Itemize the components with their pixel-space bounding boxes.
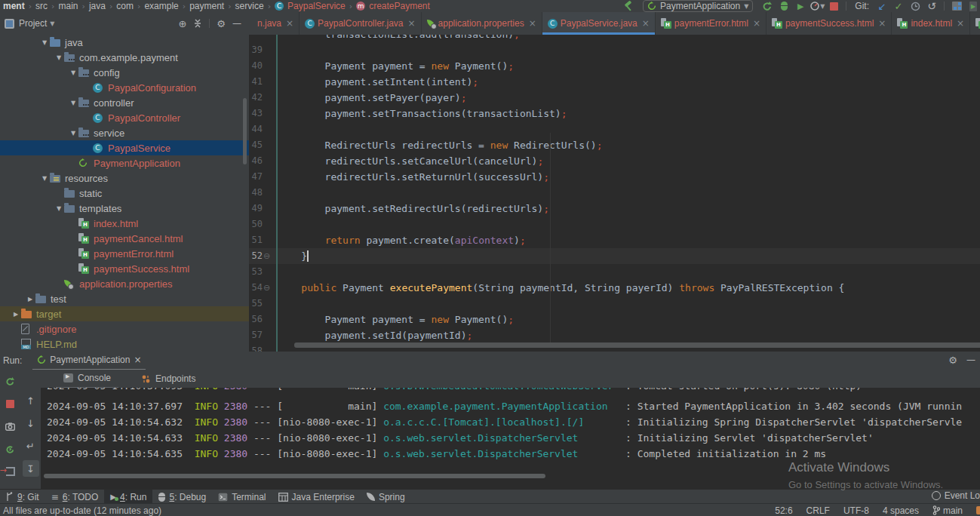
soft-wrap-icon[interactable]: ↵ [23, 435, 39, 457]
tree-item-paymentcancel-html[interactable]: HpaymentCancel.html [0, 231, 249, 246]
prev-occurrence-icon[interactable]: ↑ [23, 389, 39, 412]
tab-paymentsuccess-html[interactable]: HpaymentSuccess.html× [766, 12, 892, 35]
hide-panel-icon[interactable]: — [232, 18, 241, 29]
tab-index-html[interactable]: Hindex.html× [892, 12, 970, 35]
breadcrumb-item-java[interactable]: java [89, 1, 106, 11]
tree-toggle-icon[interactable]: ▼ [68, 69, 78, 76]
breadcrumb-item-payment[interactable]: payment [189, 1, 224, 11]
run-tab[interactable]: PaymentApplication × [32, 351, 146, 370]
breadcrumb-item-com[interactable]: com [116, 1, 134, 11]
breadcrumb-item-src[interactable]: src [35, 1, 48, 11]
gutter[interactable]: 48 [249, 185, 278, 201]
toolwindow-button-run[interactable]: ▶4: Run [104, 490, 152, 504]
code-line[interactable]: 42 payment.setPayer(payer); [249, 90, 980, 106]
close-icon[interactable]: × [642, 18, 650, 29]
tree-item-paypalcontroller[interactable]: CPaypalController [0, 110, 249, 125]
code-line[interactable]: 40 Payment payment = new Payment(); [249, 58, 980, 74]
close-icon[interactable]: × [286, 18, 293, 29]
code-line[interactable]: 39 [249, 42, 980, 58]
tree-toggle-icon[interactable]: ▼ [68, 130, 78, 137]
code-line[interactable]: 50 [249, 217, 980, 232]
project-view-title[interactable]: Project [19, 18, 47, 29]
exit-icon[interactable] [2, 460, 19, 483]
tree-item-target[interactable]: ▶target [0, 306, 249, 321]
locate-file-icon[interactable]: ⊕ [178, 18, 186, 29]
code-line[interactable]: 47 redirectUrls.setReturnUrl(successUrl)… [249, 169, 980, 185]
toolwindow-button-todo[interactable]: ≡6: TODO [45, 490, 105, 504]
code-line[interactable]: 48 [249, 185, 980, 201]
gear-icon[interactable]: ⚙ [217, 18, 226, 29]
gutter[interactable]: 47 [249, 169, 278, 185]
fold-marker-icon[interactable]: ⊖ [263, 280, 270, 296]
code-line[interactable]: 52⊖ } [249, 248, 980, 264]
indent-setting[interactable]: 4 spaces [883, 505, 919, 516]
tab-paypalservice-java[interactable]: CPaypalService.java× [542, 12, 656, 35]
tree-item-java[interactable]: ▼java [0, 35, 249, 50]
lock-icon[interactable] [976, 506, 980, 514]
toolwindow-button-debug[interactable]: 5: Debug [152, 490, 212, 504]
breadcrumb-item-class[interactable]: PaypalService [287, 1, 346, 11]
tree-item-help-md[interactable]: HELP.md [0, 336, 249, 352]
tree-scrollbar[interactable] [243, 98, 247, 164]
line-separator[interactable]: CRLF [806, 505, 830, 516]
tree-toggle-icon[interactable]: ▼ [39, 39, 50, 46]
run-configuration-select[interactable]: PaymentApplication ▼ [643, 0, 753, 12]
profiler-button[interactable]: ▼ [809, 0, 825, 12]
gutter[interactable]: 58 [249, 343, 278, 352]
update-project-icon[interactable]: ↙ [874, 0, 890, 12]
breadcrumb-item-ment[interactable]: ment [3, 1, 25, 11]
code-line[interactable]: 53 [249, 264, 980, 280]
tree-item-service[interactable]: ▼service [0, 125, 249, 140]
code-line[interactable]: 44 [249, 121, 980, 137]
commit-icon[interactable]: ✓ [890, 0, 907, 12]
close-icon[interactable]: × [878, 18, 886, 29]
tab-application-properties[interactable]: application.properties× [422, 12, 542, 35]
gutter[interactable]: 46 [249, 153, 278, 169]
gutter[interactable]: 39 [249, 42, 278, 58]
toolwindow-button-spring[interactable]: Spring [361, 490, 411, 504]
code-line[interactable]: 55 [249, 296, 980, 312]
tree-item-paymenterror-html[interactable]: HpaymentError.html [0, 246, 249, 261]
close-icon[interactable]: × [408, 18, 416, 29]
tree-item-index-html[interactable]: Hindex.html [0, 216, 249, 231]
gutter[interactable]: 45 [249, 137, 278, 153]
tree-item-templates[interactable]: ▼templates [0, 201, 249, 216]
update-application-icon[interactable] [2, 438, 19, 460]
rerun-icon[interactable] [2, 370, 19, 392]
gutter[interactable]: 57 [249, 327, 278, 343]
code-editor[interactable]: transactionList.add(transaction);3940 Pa… [249, 35, 980, 352]
code-line[interactable]: 43 payment.setTransactions(transactionLi… [249, 106, 980, 121]
gutter[interactable]: 54⊖ [249, 280, 278, 296]
file-encoding[interactable]: UTF-8 [843, 505, 869, 516]
tree-item-controller[interactable]: ▼controller [0, 95, 249, 110]
coverage-button[interactable]: ▶ [792, 0, 809, 12]
tree-toggle-icon[interactable]: ▼ [54, 54, 64, 61]
gutter[interactable]: 49 [249, 201, 278, 217]
code-line[interactable]: 49 payment.setRedirectUrls(redirectUrls)… [249, 201, 980, 217]
code-line[interactable]: 56 Payment payment = new Payment(); [249, 312, 980, 327]
git-branch[interactable]: main [932, 505, 963, 516]
project-structure-icon[interactable] [948, 0, 965, 12]
close-icon[interactable]: × [957, 18, 964, 29]
code-line[interactable]: 57 payment.setId(paymentId); [249, 327, 980, 343]
tree-toggle-icon[interactable]: ▶ [11, 311, 21, 318]
breadcrumb-item-service[interactable]: service [235, 1, 264, 11]
tree-toggle-icon[interactable]: ▶ [25, 296, 35, 303]
tab-paypalcontroller-java[interactable]: CPaypalController.java× [300, 12, 421, 35]
close-icon[interactable]: × [529, 18, 536, 29]
code-line[interactable]: 46 redirectUrls.setCancelUrl(cancelUrl); [249, 153, 980, 169]
tree-toggle-icon[interactable]: ▼ [54, 205, 64, 212]
run-button[interactable] [759, 0, 776, 12]
tree-item-paypalconfiguration[interactable]: CPaypalConfiguration [0, 80, 249, 95]
toolwindow-button-git[interactable]: 9: Git [0, 490, 45, 504]
scroll-to-end-icon[interactable]: ↧ [23, 460, 39, 477]
tree-item-paymentsuccess-html[interactable]: HpaymentSuccess.html [0, 261, 249, 276]
gutter[interactable]: 44 [249, 121, 278, 137]
gutter[interactable]: 50 [249, 217, 278, 232]
stop-icon[interactable] [2, 392, 19, 415]
history-icon[interactable] [907, 0, 923, 12]
hide-panel-icon[interactable]: — [966, 355, 975, 366]
gutter[interactable]: 42 [249, 90, 278, 106]
tab-paymenterror-html[interactable]: HpaymentError.html× [656, 12, 766, 35]
tree-item-resources[interactable]: ▼resources [0, 170, 249, 186]
